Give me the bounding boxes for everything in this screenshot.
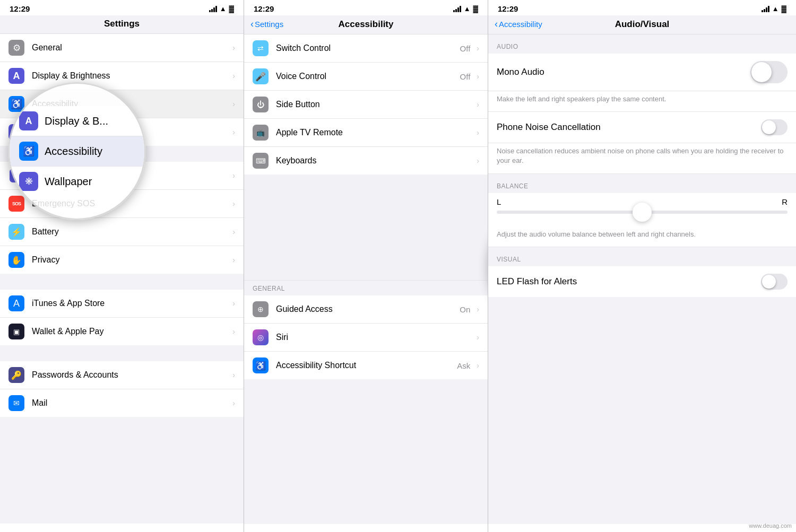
- section-balance-label: BALANCE: [488, 174, 796, 193]
- chevron-faceid: ›: [232, 171, 235, 180]
- noise-label: Phone Noise Cancellation: [497, 122, 761, 133]
- status-time-1: 12:29: [10, 4, 30, 13]
- icon-appstore: A: [8, 295, 24, 311]
- settings-row-mail[interactable]: ✉ Mail ›: [0, 389, 244, 417]
- zoom-label-wallpaper: Wallpaper: [45, 176, 92, 188]
- label-sidebutton: Side Button: [276, 100, 472, 109]
- chevron-wallpaper: ›: [232, 128, 235, 136]
- settings-row-general[interactable]: ⚙ General ›: [0, 34, 244, 62]
- label-guidedaccess: Guided Access: [276, 304, 460, 314]
- chevron-switchcontrol: ›: [477, 44, 479, 53]
- label-appstore: iTunes & App Store: [32, 299, 228, 308]
- nav-title-3: Audio/Visual: [615, 19, 670, 30]
- chevron-privacy: ›: [232, 256, 235, 264]
- status-bar-3: 12:29 ▲ ▓: [488, 0, 796, 15]
- balance-right-label: R: [782, 197, 788, 206]
- back-btn-2[interactable]: ‹ Settings: [250, 19, 283, 30]
- status-icons-2: ▲ ▓: [453, 5, 478, 13]
- settings-row-siri[interactable]: ◎ Siri ›: [244, 324, 488, 352]
- back-btn-3[interactable]: ‹ Accessibility: [495, 19, 542, 30]
- settings-row-appletvremote[interactable]: 📺 Apple TV Remote ›: [244, 119, 488, 147]
- zoom-circle-1: A Display & B... ♿ Accessibility ❋ Wallp…: [8, 82, 146, 220]
- chevron-sos: ›: [232, 199, 235, 208]
- section-group-top: ⇄ Switch Control Off › 🎤 Voice Control O…: [244, 34, 488, 175]
- wifi-icon-2: ▲: [464, 5, 471, 13]
- section-group-3: A iTunes & App Store › ▣ Wallet & Apple …: [0, 290, 244, 345]
- zoom-row-display[interactable]: A Display & B...: [10, 106, 144, 136]
- balance-container: L R: [488, 193, 796, 227]
- settings-row-battery[interactable]: ⚡ Battery ›: [0, 218, 244, 246]
- icon-wallet: ▣: [8, 324, 24, 339]
- nav-title-2: Accessibility: [339, 19, 394, 30]
- chevron-display: ›: [232, 72, 235, 80]
- chevron-a11yshortcut: ›: [477, 361, 479, 370]
- chevron-voicecontrol: ›: [477, 72, 479, 81]
- status-icons-1: ▲ ▓: [209, 5, 234, 13]
- mono-audio-toggle[interactable]: [750, 61, 788, 83]
- section-group-bottom: ⊕ Guided Access On › ◎ Siri › ♿ Accessib…: [244, 295, 488, 379]
- mono-audio-label: Mono Audio: [497, 67, 750, 77]
- zoom-placeholder-2: [244, 175, 488, 281]
- settings-row-keyboards[interactable]: ⌨ Keyboards ›: [244, 147, 488, 175]
- back-chevron-2: ‹: [250, 19, 254, 30]
- zoom-label-display: Display & B...: [45, 115, 108, 127]
- wifi-icon-3: ▲: [772, 5, 779, 13]
- settings-row-privacy[interactable]: ✋ Privacy ›: [0, 246, 244, 274]
- chevron-accessibility: ›: [232, 100, 235, 108]
- icon-voicecontrol: 🎤: [253, 68, 269, 84]
- status-bar-2: 12:29 ▲ ▓: [244, 0, 488, 15]
- signal-icon-1: [209, 6, 217, 12]
- settings-row-passwords[interactable]: 🔑 Passwords & Accounts ›: [0, 361, 244, 389]
- zoom-icon-accessibility: ♿: [19, 142, 38, 161]
- settings-row-guidedaccess[interactable]: ⊕ Guided Access On ›: [244, 295, 488, 324]
- settings-row-switchcontrol[interactable]: ⇄ Switch Control Off ›: [244, 34, 488, 63]
- settings-row-wallet[interactable]: ▣ Wallet & Apple Pay ›: [0, 318, 244, 345]
- label-battery: Battery: [32, 227, 228, 237]
- accessibility-list: ⇄ Switch Control Off › 🎤 Voice Control O…: [244, 34, 488, 524]
- label-appletvremote: Apple TV Remote: [276, 128, 472, 137]
- settings-row-display[interactable]: A Display & Brightness ›: [0, 62, 244, 90]
- battery-icon-1: ▓: [229, 5, 234, 13]
- wifi-icon-1: ▲: [220, 5, 227, 13]
- icon-a11yshortcut: ♿: [253, 357, 269, 373]
- label-mail: Mail: [32, 398, 228, 408]
- icon-switchcontrol: ⇄: [253, 40, 269, 56]
- mono-audio-desc: Make the left and right speakers play th…: [488, 91, 796, 112]
- icon-passwords: 🔑: [8, 367, 24, 383]
- label-switchcontrol: Switch Control: [276, 43, 460, 53]
- settings-row-sidebutton[interactable]: ⏻ Side Button ›: [244, 91, 488, 119]
- icon-sos: SOS: [8, 196, 24, 212]
- zoom-content-1: A Display & B... ♿ Accessibility ❋ Wallp…: [10, 106, 144, 196]
- settings-row-a11yshortcut[interactable]: ♿ Accessibility Shortcut Ask ›: [244, 352, 488, 379]
- balance-thumb[interactable]: [633, 203, 652, 222]
- icon-appletvremote: 📺: [253, 125, 269, 141]
- value-voicecontrol: Off: [460, 72, 471, 81]
- chevron-battery: ›: [232, 228, 235, 236]
- chevron-siri: ›: [477, 333, 479, 342]
- chevron-appstore: ›: [232, 299, 235, 308]
- settings-row-voicecontrol[interactable]: 🎤 Voice Control Off ›: [244, 63, 488, 91]
- chevron-passwords: ›: [232, 371, 235, 379]
- panel-accessibility: 12:29 ▲ ▓ ‹ Settings Accessibility ⇄ Swi…: [244, 0, 488, 532]
- led-flash-toggle[interactable]: [761, 274, 788, 290]
- label-keyboards: Keyboards: [276, 156, 472, 165]
- section-audio-label: AUDIO: [488, 34, 796, 54]
- chevron-appletvremote: ›: [477, 128, 479, 137]
- icon-siri: ◎: [253, 329, 269, 345]
- noise-toggle[interactable]: [761, 119, 788, 135]
- label-voicecontrol: Voice Control: [276, 72, 460, 81]
- section-group-4: 🔑 Passwords & Accounts › ✉ Mail ›: [0, 361, 244, 417]
- zoom-row-accessibility[interactable]: ♿ Accessibility: [10, 136, 144, 167]
- icon-sidebutton: ⏻: [253, 97, 269, 112]
- zoom-row-wallpaper[interactable]: ❋ Wallpaper: [10, 167, 144, 196]
- section-gap-3: [0, 345, 244, 361]
- icon-battery: ⚡: [8, 224, 24, 240]
- icon-general: ⚙: [8, 40, 24, 56]
- panel-audiovisual: 12:29 ▲ ▓ ‹ Accessibility Audio/Visual A…: [488, 0, 796, 532]
- signal-icon-2: [453, 6, 461, 12]
- audiovisual-settings: AUDIO Mono Audio Make the left and right…: [488, 34, 796, 524]
- settings-row-appstore[interactable]: A iTunes & App Store ›: [0, 290, 244, 318]
- balance-track[interactable]: [497, 211, 788, 214]
- label-display: Display & Brightness: [32, 71, 228, 81]
- back-label-2: Settings: [255, 20, 283, 29]
